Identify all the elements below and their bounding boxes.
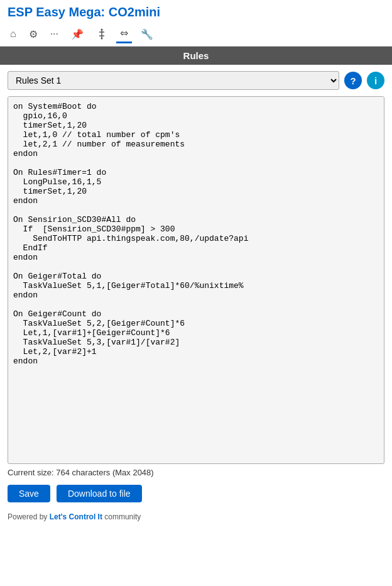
footer-link[interactable]: Let's Control It [50,512,102,521]
section-title: Rules [0,47,392,65]
settings-icon[interactable]: ⚙ [25,26,41,43]
footer-prefix: Powered by [8,512,50,521]
svg-point-1 [101,38,103,40]
rules-selector-area: Rules Set 1Rules Set 2Rules Set 3Rules S… [0,65,392,96]
more-icon[interactable]: ··· [46,26,62,42]
arrows-icon[interactable]: ⇔ [116,25,132,43]
footer-suffix: community [102,512,141,521]
usb-icon[interactable] [92,26,111,42]
code-editor-container [8,96,384,464]
status-text: Current size: 764 characters (Max 2048) [0,464,392,481]
action-buttons: Save Download to file [0,481,392,506]
pin-icon[interactable]: 📌 [67,26,87,43]
svg-point-0 [101,29,103,31]
rules-set-select[interactable]: Rules Set 1Rules Set 2Rules Set 3Rules S… [8,71,339,90]
help-button[interactable]: ? [344,72,362,89]
toolbar: ⌂ ⚙ ··· 📌 ⇔ 🔧 [0,22,392,47]
code-textarea[interactable] [8,97,384,462]
wrench-icon[interactable]: 🔧 [137,26,157,43]
save-button[interactable]: Save [8,485,50,502]
footer: Powered by Let's Control It community [0,506,392,525]
page-title: ESP Easy Mega: CO2mini [8,5,384,19]
info-button[interactable]: i [367,72,384,89]
download-button[interactable]: Download to file [57,485,142,502]
page-header: ESP Easy Mega: CO2mini [0,0,392,22]
home-icon[interactable]: ⌂ [6,26,20,42]
